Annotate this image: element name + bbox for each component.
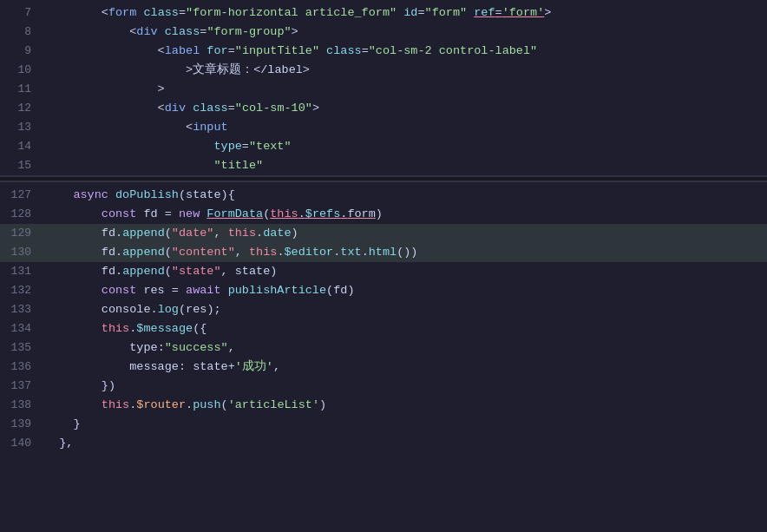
code-line-133: 133 console.log(res); (0, 300, 767, 319)
line-number-137: 137 (0, 377, 45, 396)
line-content-11: > (45, 80, 767, 99)
line-content-10: >文章标题：</label> (45, 61, 767, 80)
line-content-137: }) (45, 377, 767, 396)
line-content-138: this.$router.push('articleList') (45, 396, 767, 415)
line-number-7: 7 (0, 3, 45, 23)
code-block-bottom: 127 async doPublish(state){ 128 const fd… (0, 182, 767, 532)
line-number-138: 138 (0, 396, 45, 415)
line-content-140: }, (45, 434, 767, 453)
line-number-127: 127 (0, 186, 45, 205)
line-number-9: 9 (0, 42, 45, 61)
line-number-140: 140 (0, 434, 45, 453)
line-number-133: 133 (0, 300, 45, 319)
line-number-11: 11 (0, 80, 45, 99)
line-number-12: 12 (0, 99, 45, 118)
line-content-133: console.log(res); (45, 300, 767, 319)
line-content-129: fd.append("date", this.date) (45, 224, 767, 243)
line-content-14: type="text" (45, 137, 767, 156)
code-line-137: 137 }) (0, 377, 767, 396)
line-number-131: 131 (0, 262, 45, 281)
line-number-135: 135 (0, 338, 45, 358)
code-line-14: 14 type="text" (0, 137, 767, 156)
code-line-131: 131 fd.append("state", state) (0, 262, 767, 281)
line-number-128: 128 (0, 205, 45, 224)
line-content-135: type:"success", (45, 338, 767, 358)
line-number-139: 139 (0, 415, 45, 434)
code-line-7: 7 <form class="form-horizontal article_f… (0, 3, 767, 23)
line-content-130: fd.append("content", this.$editor.txt.ht… (45, 243, 767, 262)
line-content-9: <label for="inputTitle" class="col-sm-2 … (45, 42, 767, 61)
code-block-top: 7 <form class="form-horizontal article_f… (0, 0, 767, 175)
code-line-127: 127 async doPublish(state){ (0, 186, 767, 205)
line-content-128: const fd = new FormData(this.$refs.form) (45, 205, 767, 224)
code-line-138: 138 this.$router.push('articleList') (0, 396, 767, 415)
section-divider (0, 175, 767, 182)
line-content-131: fd.append("state", state) (45, 262, 767, 281)
line-number-136: 136 (0, 358, 45, 377)
line-number-15: 15 (0, 156, 45, 175)
line-content-12: <div class="col-sm-10"> (45, 99, 767, 118)
code-line-15: 15 "title" (0, 156, 767, 175)
line-content-7: <form class="form-horizontal article_for… (45, 3, 767, 23)
code-line-140: 140 }, (0, 434, 767, 453)
line-content-127: async doPublish(state){ (45, 186, 767, 205)
code-line-13: 13 <input (0, 118, 767, 137)
code-line-134: 134 this.$message({ (0, 319, 767, 338)
line-number-10: 10 (0, 61, 45, 80)
code-line-136: 136 message: state+'成功', (0, 358, 767, 377)
line-content-15: "title" (45, 156, 767, 175)
line-content-132: const res = await publishArticle(fd) (45, 281, 767, 300)
line-number-8: 8 (0, 23, 45, 42)
code-line-132: 132 const res = await publishArticle(fd) (0, 281, 767, 300)
line-number-14: 14 (0, 137, 45, 156)
code-line-129: 129 fd.append("date", this.date) (0, 224, 767, 243)
line-number-134: 134 (0, 319, 45, 338)
code-line-128: 128 const fd = new FormData(this.$refs.f… (0, 205, 767, 224)
line-content-13: <input (45, 118, 767, 137)
line-number-130: 130 (0, 243, 45, 262)
line-number-13: 13 (0, 118, 45, 137)
line-content-139: } (45, 415, 767, 434)
code-line-9: 9 <label for="inputTitle" class="col-sm-… (0, 42, 767, 61)
code-line-130: 130 fd.append("content", this.$editor.tx… (0, 243, 767, 262)
code-line-8: 8 <div class="form-group"> (0, 23, 767, 42)
line-number-132: 132 (0, 281, 45, 300)
code-line-139: 139 } (0, 415, 767, 434)
code-line-135: 135 type:"success", (0, 338, 767, 358)
code-line-11: 11 > (0, 80, 767, 99)
line-content-136: message: state+'成功', (45, 358, 767, 377)
line-content-134: this.$message({ (45, 319, 767, 338)
line-content-8: <div class="form-group"> (45, 23, 767, 42)
code-line-10: 10 >文章标题：</label> (0, 61, 767, 80)
line-number-129: 129 (0, 224, 45, 243)
editor-container: 7 <form class="form-horizontal article_f… (0, 0, 767, 532)
code-line-12: 12 <div class="col-sm-10"> (0, 99, 767, 118)
